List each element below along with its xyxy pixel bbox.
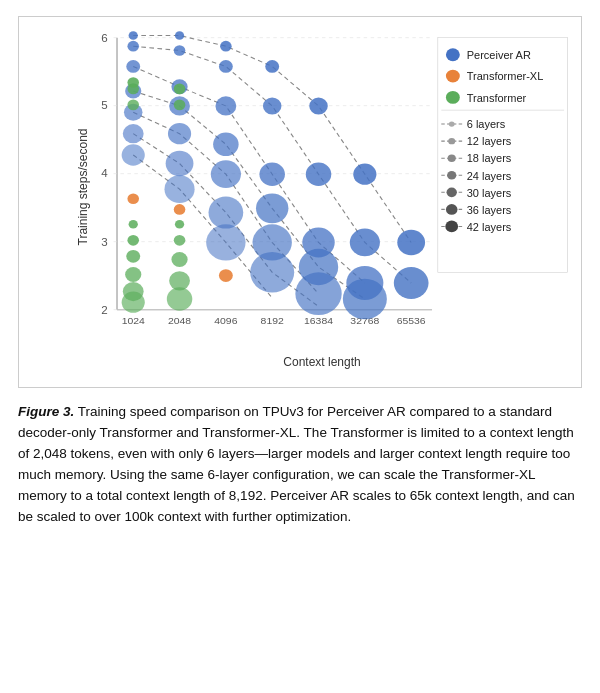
svg-text:6 layers: 6 layers: [467, 119, 505, 130]
svg-text:18 layers: 18 layers: [467, 153, 512, 164]
svg-point-54: [122, 144, 145, 165]
svg-point-57: [127, 193, 139, 204]
svg-text:42 layers: 42 layers: [467, 221, 512, 232]
caption-text: Training speed comparison on TPUv3 for P…: [18, 404, 575, 524]
svg-point-77: [446, 48, 460, 61]
svg-point-30: [306, 162, 331, 185]
svg-point-64: [127, 100, 139, 111]
svg-point-63: [174, 100, 186, 111]
svg-point-58: [174, 204, 186, 215]
svg-text:Transformer-XL: Transformer-XL: [467, 71, 544, 82]
svg-point-72: [174, 235, 186, 246]
svg-text:65536: 65536: [397, 315, 426, 326]
svg-text:Perceiver AR: Perceiver AR: [467, 49, 532, 60]
svg-text:16384: 16384: [304, 315, 333, 326]
svg-point-62: [127, 84, 139, 95]
svg-point-91: [448, 154, 456, 161]
svg-text:12 layers: 12 layers: [467, 136, 512, 147]
svg-point-51: [166, 151, 194, 177]
svg-point-53: [250, 252, 294, 293]
svg-point-94: [447, 171, 456, 180]
svg-point-55: [164, 175, 194, 203]
svg-text:8192: 8192: [261, 315, 285, 326]
svg-text:3: 3: [101, 236, 107, 247]
svg-point-56: [206, 224, 245, 260]
svg-point-31: [350, 229, 380, 257]
svg-text:30 layers: 30 layers: [467, 187, 512, 198]
svg-point-70: [122, 292, 145, 313]
chart-container: Training steps/second 6 5 4 3: [18, 16, 582, 388]
svg-point-79: [446, 70, 460, 83]
svg-point-52: [209, 197, 244, 229]
svg-text:2: 2: [101, 304, 107, 315]
svg-point-20: [175, 31, 184, 40]
svg-point-88: [448, 138, 455, 144]
svg-point-59: [219, 269, 233, 282]
svg-point-61: [174, 84, 186, 95]
svg-point-103: [445, 221, 458, 233]
svg-point-47: [211, 160, 241, 188]
svg-point-81: [446, 91, 460, 104]
svg-point-46: [168, 123, 191, 144]
svg-point-100: [446, 204, 458, 215]
svg-text:1024: 1024: [122, 315, 146, 326]
svg-text:4: 4: [101, 168, 107, 179]
svg-point-97: [447, 188, 457, 198]
svg-point-44: [343, 279, 387, 320]
svg-point-73: [171, 252, 187, 267]
svg-point-35: [215, 96, 236, 115]
svg-point-50: [123, 124, 144, 143]
svg-text:5: 5: [101, 100, 107, 111]
svg-point-67: [126, 250, 140, 263]
svg-point-32: [394, 267, 429, 299]
chart-svg: 6 5 4 3 2 1024 2048 4096 8192 16384 3276…: [73, 27, 571, 347]
svg-point-42: [256, 193, 288, 223]
y-axis-label: Training steps/second: [76, 129, 90, 246]
svg-text:2048: 2048: [168, 315, 192, 326]
svg-point-36: [259, 162, 284, 185]
svg-point-26: [127, 41, 139, 52]
svg-text:24 layers: 24 layers: [467, 170, 512, 181]
svg-point-24: [353, 164, 376, 185]
svg-point-33: [126, 60, 140, 73]
svg-point-22: [265, 60, 279, 73]
svg-point-25: [397, 230, 425, 256]
svg-text:Transformer: Transformer: [467, 92, 527, 103]
figure-caption: Figure 3. Training speed comparison on T…: [18, 402, 582, 528]
page: Training steps/second 6 5 4 3: [0, 0, 600, 544]
svg-point-28: [219, 60, 233, 73]
svg-text:4096: 4096: [214, 315, 238, 326]
svg-text:36 layers: 36 layers: [467, 204, 512, 215]
svg-text:6: 6: [101, 32, 107, 43]
svg-point-23: [309, 97, 328, 114]
svg-point-66: [127, 235, 139, 246]
svg-point-27: [174, 45, 186, 56]
svg-point-68: [125, 267, 141, 282]
x-axis-label: Context length: [73, 355, 571, 369]
svg-point-29: [263, 97, 282, 114]
svg-point-41: [213, 133, 238, 156]
chart-area: Training steps/second 6 5 4 3: [73, 27, 571, 347]
svg-point-21: [220, 41, 232, 52]
svg-point-19: [129, 31, 138, 40]
svg-point-75: [167, 287, 192, 310]
svg-point-65: [129, 220, 138, 229]
svg-point-71: [175, 220, 184, 229]
svg-point-85: [449, 121, 455, 126]
caption-label: Figure 3.: [18, 404, 74, 419]
svg-point-49: [295, 272, 341, 315]
